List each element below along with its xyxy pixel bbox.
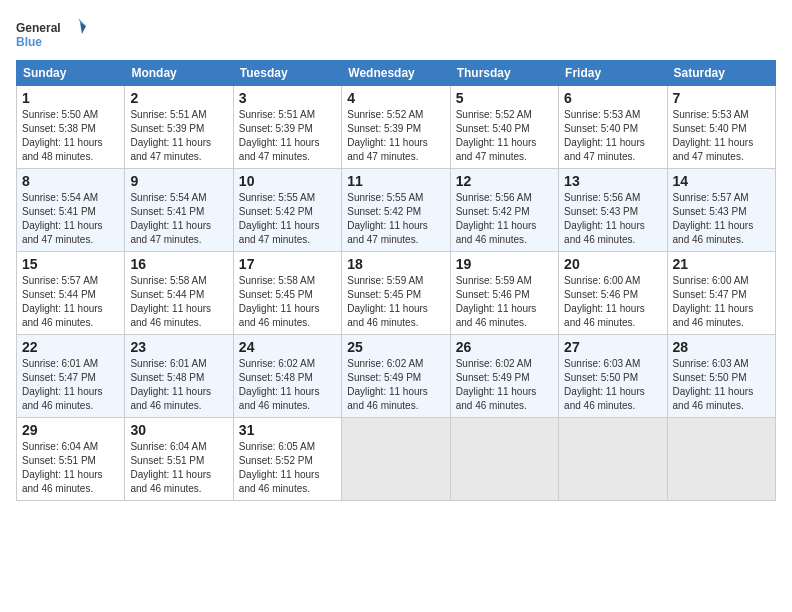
day-number: 28 (673, 339, 770, 355)
calendar-cell: 12 Sunrise: 5:56 AM Sunset: 5:42 PM Dayl… (450, 169, 558, 252)
daylight-label: Daylight: 11 hours and 46 minutes. (673, 220, 754, 245)
sunrise-label: Sunrise: 6:01 AM (22, 358, 98, 369)
calendar-cell: 15 Sunrise: 5:57 AM Sunset: 5:44 PM Dayl… (17, 252, 125, 335)
svg-text:Blue: Blue (16, 35, 42, 49)
cell-content: Sunrise: 5:56 AM Sunset: 5:43 PM Dayligh… (564, 191, 661, 247)
column-header-monday: Monday (125, 61, 233, 86)
cell-content: Sunrise: 6:04 AM Sunset: 5:51 PM Dayligh… (130, 440, 227, 496)
daylight-label: Daylight: 11 hours and 46 minutes. (347, 386, 428, 411)
calendar-table: SundayMondayTuesdayWednesdayThursdayFrid… (16, 60, 776, 501)
calendar-cell: 28 Sunrise: 6:03 AM Sunset: 5:50 PM Dayl… (667, 335, 775, 418)
daylight-label: Daylight: 11 hours and 46 minutes. (564, 303, 645, 328)
sunrise-label: Sunrise: 5:52 AM (456, 109, 532, 120)
day-number: 8 (22, 173, 119, 189)
day-number: 27 (564, 339, 661, 355)
calendar-header-row: SundayMondayTuesdayWednesdayThursdayFrid… (17, 61, 776, 86)
day-number: 18 (347, 256, 444, 272)
day-number: 3 (239, 90, 336, 106)
page-header: General Blue (16, 16, 776, 52)
sunrise-label: Sunrise: 5:58 AM (130, 275, 206, 286)
day-number: 23 (130, 339, 227, 355)
calendar-cell: 3 Sunrise: 5:51 AM Sunset: 5:39 PM Dayli… (233, 86, 341, 169)
daylight-label: Daylight: 11 hours and 47 minutes. (347, 137, 428, 162)
cell-content: Sunrise: 6:03 AM Sunset: 5:50 PM Dayligh… (564, 357, 661, 413)
cell-content: Sunrise: 5:53 AM Sunset: 5:40 PM Dayligh… (673, 108, 770, 164)
sunrise-label: Sunrise: 5:53 AM (673, 109, 749, 120)
daylight-label: Daylight: 11 hours and 46 minutes. (239, 386, 320, 411)
calendar-week-4: 22 Sunrise: 6:01 AM Sunset: 5:47 PM Dayl… (17, 335, 776, 418)
cell-content: Sunrise: 5:59 AM Sunset: 5:45 PM Dayligh… (347, 274, 444, 330)
daylight-label: Daylight: 11 hours and 47 minutes. (347, 220, 428, 245)
cell-content: Sunrise: 6:02 AM Sunset: 5:49 PM Dayligh… (456, 357, 553, 413)
column-header-saturday: Saturday (667, 61, 775, 86)
day-number: 1 (22, 90, 119, 106)
logo: General Blue (16, 16, 86, 52)
day-number: 24 (239, 339, 336, 355)
daylight-label: Daylight: 11 hours and 47 minutes. (22, 220, 103, 245)
sunset-label: Sunset: 5:43 PM (673, 206, 747, 217)
calendar-cell (667, 418, 775, 501)
calendar-cell: 25 Sunrise: 6:02 AM Sunset: 5:49 PM Dayl… (342, 335, 450, 418)
sunset-label: Sunset: 5:40 PM (564, 123, 638, 134)
calendar-cell (342, 418, 450, 501)
cell-content: Sunrise: 5:51 AM Sunset: 5:39 PM Dayligh… (130, 108, 227, 164)
cell-content: Sunrise: 5:57 AM Sunset: 5:44 PM Dayligh… (22, 274, 119, 330)
calendar-cell: 10 Sunrise: 5:55 AM Sunset: 5:42 PM Dayl… (233, 169, 341, 252)
cell-content: Sunrise: 5:54 AM Sunset: 5:41 PM Dayligh… (130, 191, 227, 247)
sunset-label: Sunset: 5:44 PM (130, 289, 204, 300)
calendar-cell (450, 418, 558, 501)
sunrise-label: Sunrise: 5:51 AM (130, 109, 206, 120)
daylight-label: Daylight: 11 hours and 46 minutes. (239, 469, 320, 494)
sunset-label: Sunset: 5:45 PM (239, 289, 313, 300)
sunset-label: Sunset: 5:46 PM (456, 289, 530, 300)
daylight-label: Daylight: 11 hours and 46 minutes. (456, 386, 537, 411)
sunset-label: Sunset: 5:48 PM (130, 372, 204, 383)
cell-content: Sunrise: 5:52 AM Sunset: 5:39 PM Dayligh… (347, 108, 444, 164)
sunrise-label: Sunrise: 5:58 AM (239, 275, 315, 286)
daylight-label: Daylight: 11 hours and 46 minutes. (239, 303, 320, 328)
sunrise-label: Sunrise: 5:56 AM (564, 192, 640, 203)
day-number: 29 (22, 422, 119, 438)
calendar-cell: 4 Sunrise: 5:52 AM Sunset: 5:39 PM Dayli… (342, 86, 450, 169)
sunrise-label: Sunrise: 5:50 AM (22, 109, 98, 120)
calendar-cell: 1 Sunrise: 5:50 AM Sunset: 5:38 PM Dayli… (17, 86, 125, 169)
sunrise-label: Sunrise: 6:04 AM (130, 441, 206, 452)
sunset-label: Sunset: 5:52 PM (239, 455, 313, 466)
sunset-label: Sunset: 5:48 PM (239, 372, 313, 383)
calendar-cell: 6 Sunrise: 5:53 AM Sunset: 5:40 PM Dayli… (559, 86, 667, 169)
svg-text:General: General (16, 21, 61, 35)
daylight-label: Daylight: 11 hours and 47 minutes. (130, 220, 211, 245)
calendar-cell: 2 Sunrise: 5:51 AM Sunset: 5:39 PM Dayli… (125, 86, 233, 169)
sunrise-label: Sunrise: 6:01 AM (130, 358, 206, 369)
sunset-label: Sunset: 5:42 PM (239, 206, 313, 217)
daylight-label: Daylight: 11 hours and 47 minutes. (239, 220, 320, 245)
sunrise-label: Sunrise: 6:02 AM (456, 358, 532, 369)
day-number: 16 (130, 256, 227, 272)
daylight-label: Daylight: 11 hours and 47 minutes. (130, 137, 211, 162)
sunset-label: Sunset: 5:51 PM (130, 455, 204, 466)
sunrise-label: Sunrise: 6:00 AM (564, 275, 640, 286)
calendar-cell: 13 Sunrise: 5:56 AM Sunset: 5:43 PM Dayl… (559, 169, 667, 252)
day-number: 2 (130, 90, 227, 106)
sunrise-label: Sunrise: 5:53 AM (564, 109, 640, 120)
cell-content: Sunrise: 5:55 AM Sunset: 5:42 PM Dayligh… (347, 191, 444, 247)
cell-content: Sunrise: 5:53 AM Sunset: 5:40 PM Dayligh… (564, 108, 661, 164)
daylight-label: Daylight: 11 hours and 46 minutes. (456, 220, 537, 245)
cell-content: Sunrise: 5:59 AM Sunset: 5:46 PM Dayligh… (456, 274, 553, 330)
sunset-label: Sunset: 5:42 PM (456, 206, 530, 217)
sunrise-label: Sunrise: 5:59 AM (347, 275, 423, 286)
sunset-label: Sunset: 5:39 PM (239, 123, 313, 134)
day-number: 4 (347, 90, 444, 106)
daylight-label: Daylight: 11 hours and 46 minutes. (130, 303, 211, 328)
column-header-sunday: Sunday (17, 61, 125, 86)
sunrise-label: Sunrise: 5:54 AM (22, 192, 98, 203)
calendar-cell: 26 Sunrise: 6:02 AM Sunset: 5:49 PM Dayl… (450, 335, 558, 418)
day-number: 13 (564, 173, 661, 189)
sunset-label: Sunset: 5:45 PM (347, 289, 421, 300)
cell-content: Sunrise: 6:02 AM Sunset: 5:48 PM Dayligh… (239, 357, 336, 413)
calendar-week-5: 29 Sunrise: 6:04 AM Sunset: 5:51 PM Dayl… (17, 418, 776, 501)
calendar-cell: 24 Sunrise: 6:02 AM Sunset: 5:48 PM Dayl… (233, 335, 341, 418)
cell-content: Sunrise: 5:58 AM Sunset: 5:44 PM Dayligh… (130, 274, 227, 330)
sunrise-label: Sunrise: 6:03 AM (673, 358, 749, 369)
sunset-label: Sunset: 5:50 PM (564, 372, 638, 383)
